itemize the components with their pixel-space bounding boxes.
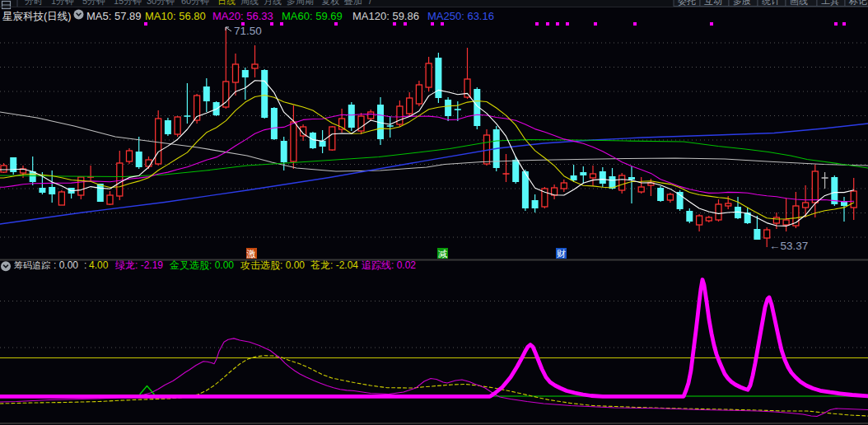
svg-text:绿龙: -2.19: 绿龙: -2.19 [115,259,163,271]
svg-text:财: 财 [557,249,566,259]
svg-text:MA20: 56.33: MA20: 56.33 [212,10,273,22]
svg-text:星宸科技(日线): 星宸科技(日线) [2,11,71,22]
svg-text:减: 减 [438,249,447,259]
svg-text:画线: 画线 [790,0,808,6]
svg-text:叠加: 叠加 [344,0,362,6]
svg-text:筹码追踪: 筹码追踪 [14,260,50,270]
svg-text:MA60: 59.69: MA60: 59.69 [282,10,343,22]
svg-text:苍龙: -2.04: 苍龙: -2.04 [310,259,358,271]
svg-text:60分钟: 60分钟 [181,0,209,6]
svg-text:追踪线: 0.02: 追踪线: 0.02 [362,259,416,271]
svg-text:15分钟: 15分钟 [114,0,142,6]
svg-text:统计: 统计 [762,0,780,6]
svg-text:分时: 分时 [25,0,43,6]
svg-text:多周期: 多周期 [287,0,314,6]
svg-text:MA120: 59.86: MA120: 59.86 [352,10,419,22]
svg-text:日线: 日线 [217,0,236,6]
svg-text:MA10: 56.80: MA10: 56.80 [145,10,206,22]
svg-text:MA250: 63.16: MA250: 63.16 [427,10,494,22]
svg-text:月线: 月线 [264,0,282,6]
svg-text:复权: 复权 [321,0,339,6]
svg-text:工具: 工具 [821,0,839,6]
svg-text:71.50: 71.50 [234,25,262,37]
svg-text:: 0.00: : 0.00 [54,259,78,271]
svg-text:4.00: 4.00 [89,259,109,271]
svg-text:多股: 多股 [733,0,751,6]
svg-text:委托: 委托 [678,0,696,6]
svg-text:30分钟: 30分钟 [147,0,175,6]
svg-text:互动: 互动 [704,0,722,6]
svg-text::: : [84,259,86,271]
svg-text:MA5: 57.89: MA5: 57.89 [86,10,142,22]
svg-text:5分钟: 5分钟 [82,0,105,6]
svg-text:1分钟: 1分钟 [51,0,74,6]
svg-text:攻击选股: 0.00: 攻击选股: 0.00 [240,259,305,271]
svg-text:标记: 标记 [848,0,867,6]
svg-text:金叉选股: 0.00: 金叉选股: 0.00 [169,259,234,271]
svg-text:←53.37: ←53.37 [769,240,808,252]
svg-text:激: 激 [246,249,256,259]
svg-text:周线: 周线 [240,0,259,6]
